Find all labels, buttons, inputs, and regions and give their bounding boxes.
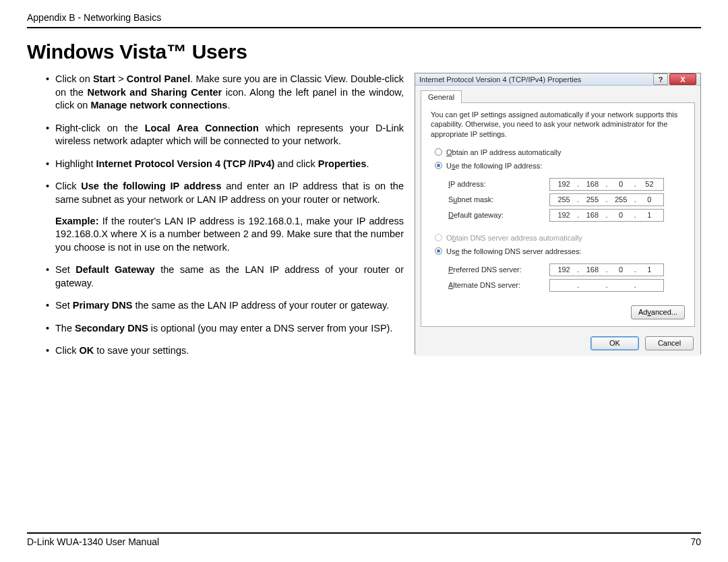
label-default-gateway: Default gateway: [448,211,549,219]
preferred-dns-input[interactable]: 192. 168. 0. 1 [549,263,664,276]
radio-use-ip[interactable]: Use the following IP address: [435,162,685,170]
radio-icon [435,162,442,169]
dns-fields: Preferred DNS server: 192. 168. 0. 1 Alt… [448,261,685,294]
radio-label: Use the following DNS server addresses: [446,247,582,255]
radio-obtain-ip-auto[interactable]: Obtain an IP address automatically [435,148,685,156]
close-button[interactable]: X [669,73,696,85]
step-6: Set Primary DNS the same as the LAN IP a… [55,299,404,313]
radio-label: Obtain DNS server address automatically [446,234,582,242]
subnet-mask-input[interactable]: 255. 255. 255. 0 [549,193,664,206]
page-header: Appendix B - Networking Basics [27,12,701,28]
instructions-column: Click on Start > Control Panel. Make sur… [27,73,404,367]
advanced-row: Advanced... [431,301,685,319]
radio-dot-icon [437,164,440,167]
label-preferred-dns: Preferred DNS server: [448,266,549,274]
step-3: Highlight Internet Protocol Version 4 (T… [55,158,404,171]
help-button[interactable]: ? [653,73,668,85]
cancel-button[interactable]: Cancel [645,336,694,350]
step-1: Click on Start > Control Panel. Make sur… [55,73,404,113]
label-ip-address: IP address: [448,180,549,188]
label-subnet-mask: Subnet mask: [448,195,549,204]
ok-button[interactable]: OK [590,336,639,350]
page-footer: D-Link WUA-1340 User Manual 70 [27,532,701,547]
example-note: Example: If the router's LAN IP address … [27,215,404,255]
tab-general[interactable]: General [421,90,462,103]
alternate-dns-input[interactable]: . . . [549,279,664,292]
ip-address-input[interactable]: 192. 168. 0. 52 [549,178,664,191]
breadcrumb: Appendix B - Networking Basics [27,12,161,23]
step-7: The Secondary DNS is optional (you may e… [55,322,404,336]
default-gateway-input[interactable]: 192. 168. 0. 1 [549,209,664,222]
dialog-titlebar[interactable]: Internet Protocol Version 4 (TCP/IPv4) P… [415,73,700,86]
footer-page-number: 70 [690,536,701,547]
radio-label: Use the following IP address: [446,162,542,170]
radio-icon [435,148,442,156]
general-panel: You can get IP settings assigned automat… [421,102,695,327]
page-title: Windows Vista™ Users [27,40,701,63]
step-8: Click OK to save your settings. [55,344,404,358]
step-2: Right-click on the Local Area Connection… [55,122,404,148]
panel-description: You can get IP settings assigned automat… [431,110,685,139]
radio-obtain-dns-auto: Obtain DNS server address automatically [435,234,685,242]
tab-strip: General [421,90,700,102]
ip-fields: IP address: 192. 168. 0. 52 Subnet mask:… [448,175,685,224]
radio-dot-icon [437,249,440,253]
close-icon: X [680,75,685,84]
radio-label: Obtain an IP address automatically [446,148,561,156]
footer-manual-name: D-Link WUA-1340 User Manual [27,536,159,547]
help-icon: ? [659,75,663,84]
dialog-title: Internet Protocol Version 4 (TCP/IPv4) P… [419,75,652,84]
advanced-button[interactable]: Advanced... [631,305,685,319]
dialog-footer: OK Cancel [415,332,700,356]
radio-use-dns[interactable]: Use the following DNS server addresses: [435,247,685,255]
step-4: Click Use the following IP address and e… [55,180,404,206]
radio-icon [435,234,442,241]
ipv4-properties-dialog: Internet Protocol Version 4 (TCP/IPv4) P… [415,73,701,354]
label-alternate-dns: Alternate DNS server: [448,281,549,289]
radio-icon [435,247,442,255]
step-5: Set Default Gateway the same as the LAN … [55,263,404,290]
content-area: Click on Start > Control Panel. Make sur… [27,73,701,367]
